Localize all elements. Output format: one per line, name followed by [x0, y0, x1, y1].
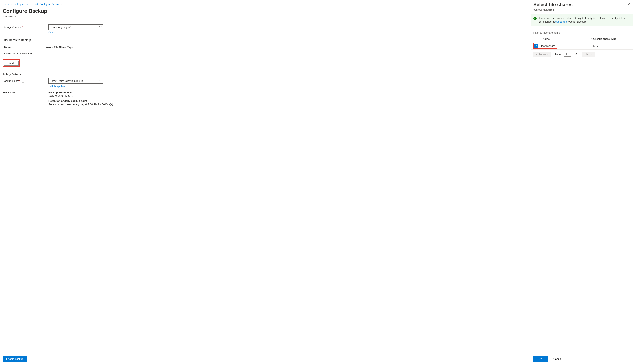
page-title: Configure Backup	[3, 8, 47, 14]
fileshares-heading: FileShares to Backup	[3, 38, 528, 42]
panel-grid-header: Name Azure file share Type	[531, 36, 633, 42]
panel-footer: OK Cancel	[531, 354, 633, 364]
page-label: Page	[555, 53, 561, 56]
main-panel: Home › Backup center › Start: Configure …	[0, 0, 531, 364]
chevron-right-icon: ›	[62, 2, 62, 6]
storage-account-select[interactable]: contosorgdiag556	[49, 24, 103, 30]
prev-button[interactable]: < Previous	[533, 52, 551, 57]
breadcrumb-home[interactable]: Home	[3, 2, 10, 6]
breadcrumb-backup-center[interactable]: Backup center	[13, 2, 29, 6]
backup-policy-label: Backup policy* i	[3, 78, 49, 82]
panel-subtitle: contosorgdiag556	[533, 8, 630, 11]
retention-value: Retain backup taken every day at 7:30 PM…	[49, 103, 528, 106]
breadcrumb: Home › Backup center › Start: Configure …	[3, 2, 528, 8]
page-subtitle: contosovault	[3, 15, 528, 18]
supported-link[interactable]: supported	[555, 20, 567, 23]
storage-select-link[interactable]: Select	[49, 31, 56, 34]
cancel-button[interactable]: Cancel	[550, 356, 565, 362]
checkbox-checked-icon[interactable]: ✓	[534, 44, 538, 48]
retention-head: Retention of daily backup point	[49, 100, 528, 102]
main-footer: Enable backup	[0, 354, 531, 364]
add-button[interactable]: Add	[4, 60, 19, 66]
storage-account-label: Storage Account*	[3, 24, 49, 28]
more-actions-button[interactable]: ⋯	[49, 9, 53, 13]
filter-input[interactable]	[531, 30, 633, 36]
policy-details-heading: Policy Details	[3, 72, 528, 76]
full-backup-label: Full Backup	[3, 91, 49, 108]
pager: < Previous Page 1 of 1 Next >	[531, 50, 633, 59]
chevron-down-icon	[568, 53, 570, 56]
ok-button[interactable]: OK	[533, 356, 548, 362]
enable-backup-button[interactable]: Enable backup	[3, 356, 27, 362]
chevron-down-icon	[99, 26, 102, 28]
row-type: XSMB	[593, 44, 633, 48]
row-highlight: ✓ testfileshare	[533, 43, 557, 49]
chevron-right-icon: ›	[11, 2, 12, 6]
fileshares-table: Name Azure File Share Type No File Share…	[0, 44, 531, 57]
backup-frequency-value: Daily at 7:30 PM UTC	[49, 94, 528, 98]
chevron-right-icon: ›	[31, 2, 31, 6]
fileshares-col-type: Azure File Share Type	[46, 46, 527, 49]
next-button[interactable]: Next >	[582, 52, 595, 57]
info-icon[interactable]: i	[22, 80, 24, 82]
edit-policy-link[interactable]: Edit this policy	[49, 84, 65, 88]
backup-frequency-head: Backup Frequency	[49, 91, 528, 94]
panel-col-type: Azure file share Type	[590, 38, 630, 40]
panel-title: Select file shares	[533, 2, 630, 8]
page-select[interactable]: 1	[564, 52, 571, 56]
add-button-highlight: Add	[3, 59, 20, 67]
page-of: of 1	[574, 53, 579, 56]
success-icon: ✓	[533, 17, 537, 20]
fileshares-col-name: Name	[4, 46, 46, 49]
info-banner: ✓ If you don't see your file share, it m…	[531, 14, 633, 26]
fileshares-empty-row: No File Shares selected	[0, 50, 531, 57]
backup-policy-select[interactable]: (new) DailyPolicy-kup1e38k	[49, 78, 103, 84]
select-file-shares-panel: Select file shares contosorgdiag556 ✓ If…	[531, 0, 633, 364]
breadcrumb-start-configure[interactable]: Start: Configure Backup	[33, 2, 60, 6]
close-icon[interactable]	[626, 2, 631, 6]
panel-col-name: Name	[541, 38, 590, 40]
table-row[interactable]: ✓ testfileshare XSMB	[531, 42, 633, 50]
row-name: testfileshare	[541, 44, 555, 48]
chevron-down-icon	[99, 79, 102, 82]
